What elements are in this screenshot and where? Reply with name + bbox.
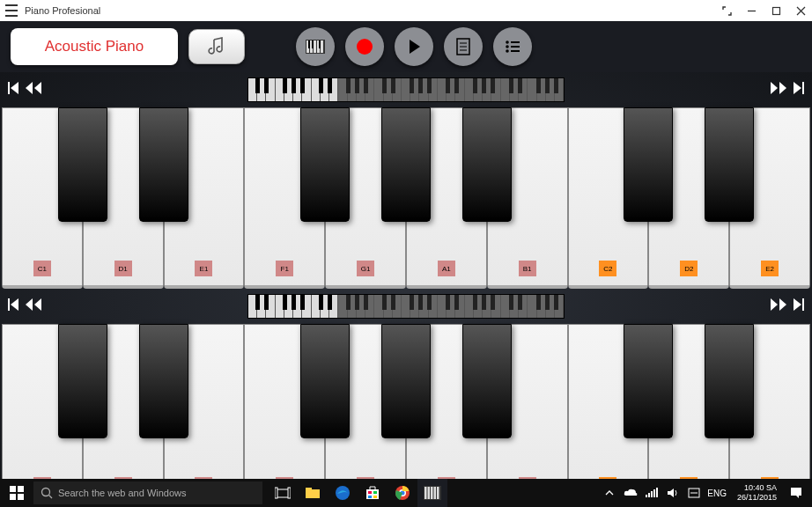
nav-outer-left[interactable]	[7, 298, 19, 315]
svg-rect-51	[437, 487, 439, 499]
black-key[interactable]	[624, 324, 673, 438]
key-label: G1	[357, 261, 374, 276]
black-key[interactable]	[139, 324, 188, 438]
record-button[interactable]	[345, 27, 384, 66]
nav-inner-left[interactable]	[25, 81, 42, 99]
tray-clock[interactable]: 10:40 SA 26/11/2015	[732, 483, 782, 503]
svg-rect-22	[8, 82, 10, 94]
tray-date: 26/11/2015	[737, 493, 777, 503]
svg-rect-48	[428, 487, 431, 499]
keyboard-icon	[306, 40, 325, 54]
keyboard-row-2: C1D1E1F1G1A1B1C2D2E2	[2, 289, 810, 505]
taskbar-app-store[interactable]	[358, 479, 388, 507]
key-label: D1	[114, 261, 132, 276]
nav-outer-right[interactable]	[793, 81, 805, 99]
tray-network-icon[interactable]	[644, 479, 660, 507]
black-key[interactable]	[705, 324, 754, 438]
key-label: C1	[33, 261, 51, 276]
instrument-selector[interactable]: Acoustic Piano	[11, 28, 178, 65]
black-key[interactable]	[58, 324, 107, 438]
maximize-button[interactable]	[770, 4, 782, 17]
list-icon	[505, 40, 520, 54]
black-key[interactable]	[462, 107, 512, 222]
svg-rect-39	[368, 491, 372, 494]
hamburger-menu-icon[interactable]	[5, 4, 18, 17]
document-icon	[455, 38, 471, 55]
svg-rect-29	[18, 494, 24, 500]
svg-rect-52	[646, 495, 647, 497]
tray-volume-icon[interactable]	[665, 479, 681, 507]
tray-time: 10:40 SA	[737, 483, 777, 493]
black-key[interactable]	[300, 107, 350, 222]
black-key[interactable]	[624, 107, 673, 222]
window-titlebar: Piano Profesional	[0, 0, 812, 21]
music-note-icon	[207, 37, 226, 56]
svg-rect-56	[656, 488, 658, 497]
music-mode-button[interactable]	[188, 29, 245, 64]
tray-notifications-icon[interactable]	[787, 479, 805, 507]
nav-inner-right[interactable]	[770, 81, 787, 99]
windows-logo-icon	[10, 486, 24, 500]
taskbar-search[interactable]: Search the web and Windows	[33, 481, 262, 504]
nav-inner-left[interactable]	[25, 298, 42, 315]
svg-rect-42	[373, 496, 377, 498]
nav-outer-right[interactable]	[793, 298, 805, 315]
svg-rect-59	[791, 488, 801, 496]
mini-keyboard-overview[interactable]	[247, 294, 565, 319]
black-key[interactable]	[381, 107, 431, 222]
start-button[interactable]	[0, 479, 33, 507]
tray-onedrive-icon[interactable]	[623, 479, 639, 507]
svg-rect-49	[431, 487, 433, 499]
taskbar-app-explorer[interactable]	[298, 479, 328, 507]
list-button[interactable]	[493, 27, 532, 66]
taskbar-app-edge[interactable]	[328, 479, 358, 507]
svg-point-11	[357, 39, 373, 55]
tray-chevron-up-icon[interactable]	[602, 479, 617, 507]
key-label: F1	[276, 261, 293, 276]
black-key[interactable]	[705, 107, 754, 222]
mini-keyboard-overview[interactable]	[247, 77, 565, 102]
svg-rect-25	[802, 298, 804, 311]
document-button[interactable]	[444, 27, 483, 66]
svg-rect-5	[314, 40, 316, 53]
search-icon	[41, 487, 53, 499]
play-button[interactable]	[395, 27, 433, 66]
expand-icon[interactable]	[720, 4, 733, 17]
svg-rect-7	[321, 40, 323, 53]
close-button[interactable]	[794, 4, 807, 17]
black-key[interactable]	[381, 324, 431, 438]
key-label: D2	[680, 261, 698, 276]
windows-taskbar: Search the web and Windows ENG 10:40 SA …	[0, 479, 812, 507]
taskbar-app-chrome[interactable]	[388, 479, 417, 507]
nav-outer-left[interactable]	[7, 81, 19, 99]
minimize-button[interactable]	[745, 4, 757, 17]
svg-point-20	[506, 49, 509, 53]
svg-rect-40	[373, 491, 377, 494]
tray-language[interactable]: ENG	[707, 489, 727, 498]
tray-ime-icon[interactable]	[686, 479, 702, 507]
svg-point-37	[336, 486, 350, 500]
key-label: E2	[761, 261, 779, 276]
piano-area: C1D1E1F1G1A1B1C2D2E2 C1D1E1F1G1A1B1C2D2E…	[0, 72, 812, 505]
svg-rect-9	[312, 40, 314, 48]
black-key[interactable]	[139, 107, 188, 222]
svg-rect-24	[8, 298, 10, 311]
record-icon	[355, 37, 374, 56]
svg-rect-33	[275, 488, 277, 498]
black-key[interactable]	[300, 324, 350, 438]
black-key[interactable]	[462, 324, 512, 438]
task-view-icon[interactable]	[268, 479, 298, 507]
svg-point-16	[506, 40, 509, 44]
key-label: A1	[438, 261, 455, 276]
svg-rect-55	[653, 489, 655, 497]
svg-rect-28	[10, 494, 16, 500]
svg-rect-41	[368, 496, 372, 498]
black-key[interactable]	[58, 107, 107, 222]
svg-rect-35	[306, 489, 320, 498]
svg-rect-1	[772, 7, 779, 14]
nav-inner-right[interactable]	[770, 298, 787, 315]
svg-rect-34	[288, 488, 291, 498]
keyboard-layout-button[interactable]	[296, 27, 335, 66]
taskbar-app-piano[interactable]	[417, 479, 447, 507]
key-label: E1	[195, 261, 212, 276]
